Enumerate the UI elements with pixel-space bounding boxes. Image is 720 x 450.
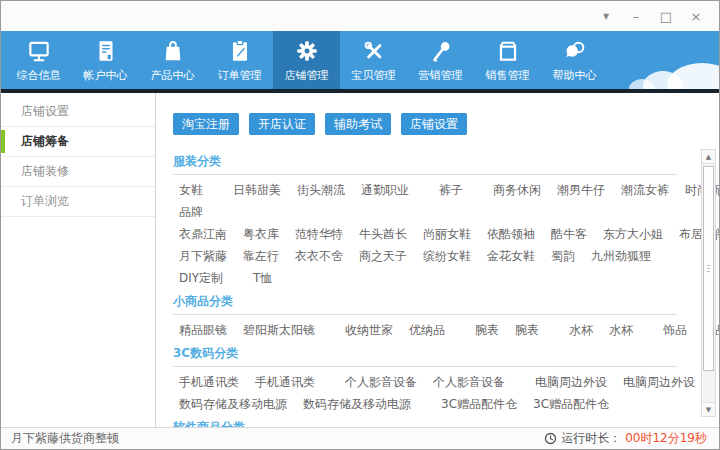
main-toolbar: 综合信息帐户中心产品中心订单管理店铺管理宝贝管理营销管理销售管理帮助中心: [1, 31, 719, 89]
category-section: 服装分类女鞋日韩甜美街头潮流通勤职业裤子商务休闲潮男牛仔潮流女裤时尚新秀品牌衣鼎…: [173, 153, 695, 286]
category-link[interactable]: 电脑周边外设: [623, 375, 695, 390]
category-link[interactable]: 裤子: [439, 183, 463, 198]
category-link[interactable]: 九州劲狐狸: [591, 249, 651, 264]
category-link[interactable]: 电脑周边外设: [535, 375, 607, 390]
toolbar-item[interactable]: 订单管理: [206, 31, 273, 89]
category-link[interactable]: 数码存储及移动电源: [179, 397, 287, 412]
category-group: 水杯水杯: [569, 323, 633, 338]
category-link[interactable]: 3C赠品配件仓: [533, 397, 609, 412]
category-link[interactable]: 缤纷女鞋: [423, 249, 471, 264]
scrollbar-thumb[interactable]: [703, 166, 714, 371]
microphone-icon: [428, 38, 454, 64]
category-link[interactable]: 腕表: [515, 323, 539, 338]
toolbar-item-label: 店铺管理: [285, 68, 329, 83]
toolbar-item[interactable]: 产品中心: [139, 31, 206, 89]
app-window: ▼ – □ × 综合信息帐户中心产品中心订单管理店铺管理宝贝管理营销管理销售管理…: [0, 0, 720, 450]
category-link[interactable]: 牛头酋长: [359, 227, 407, 242]
category-group: 数码存储及移动电源数码存储及移动电源: [179, 397, 411, 412]
toolbar-item[interactable]: 宝贝管理: [340, 31, 407, 89]
category-link[interactable]: 衣衣不舍: [295, 249, 343, 264]
sidebar: 店铺设置店铺筹备店铺装修订单浏览: [1, 93, 156, 429]
category-link[interactable]: 金花女鞋: [487, 249, 535, 264]
action-button[interactable]: 开店认证: [249, 113, 315, 135]
category-group: DIY定制: [179, 271, 223, 286]
toolbar-item[interactable]: 帐户中心: [72, 31, 139, 89]
category-link[interactable]: 女鞋: [179, 183, 203, 198]
category-group: 收纳世家优纳品: [345, 323, 445, 338]
category-group: 品牌: [179, 205, 203, 220]
category-link[interactable]: 3C赠品配件仓: [441, 397, 517, 412]
toolbar-item[interactable]: 帮助中心: [541, 31, 608, 89]
toolbar-item[interactable]: 店铺管理: [273, 31, 340, 89]
runtime-status: 运行时长： 00时12分19秒: [544, 430, 707, 447]
category-link[interactable]: 饰品: [663, 323, 687, 338]
minimize-icon[interactable]: –: [621, 1, 651, 31]
category-link[interactable]: 日韩甜美: [233, 183, 281, 198]
category-group: 3C赠品配件仓3C赠品配件仓: [441, 397, 609, 412]
action-button[interactable]: 辅助考试: [325, 113, 391, 135]
category-link[interactable]: 范特华特: [295, 227, 343, 242]
category-link[interactable]: 商务休闲: [493, 183, 541, 198]
shop-sign-icon: [495, 38, 521, 64]
category-link[interactable]: 东方大小姐: [603, 227, 663, 242]
category-link[interactable]: 水杯: [569, 323, 593, 338]
category-link[interactable]: 收纳世家: [345, 323, 393, 338]
category-link[interactable]: 依酷领袖: [487, 227, 535, 242]
toolbar-item-label: 销售管理: [486, 68, 530, 83]
section-title: 3C数码分类: [173, 345, 677, 367]
category-row: 女鞋日韩甜美街头潮流通勤职业裤子商务休闲潮男牛仔潮流女裤时尚新秀: [173, 183, 695, 198]
action-button[interactable]: 店铺设置: [401, 113, 467, 135]
toolbar-item-label: 综合信息: [17, 68, 61, 83]
section-title: 服装分类: [173, 153, 677, 175]
maximize-icon[interactable]: □: [651, 1, 681, 31]
monitor-icon: [26, 38, 52, 64]
category-link[interactable]: 尚丽女鞋: [423, 227, 471, 242]
category-link[interactable]: 精品眼镜: [179, 323, 227, 338]
sidebar-item[interactable]: 店铺筹备: [1, 127, 155, 157]
category-link[interactable]: 优纳品: [409, 323, 445, 338]
action-button[interactable]: 淘宝注册: [173, 113, 239, 135]
title-bar: ▼ – □ ×: [1, 1, 719, 31]
category-link[interactable]: 潮流女裤: [621, 183, 669, 198]
category-link[interactable]: 粤衣库: [243, 227, 279, 242]
skin-dropdown-icon[interactable]: ▼: [591, 1, 621, 31]
category-link[interactable]: T恤: [253, 271, 272, 286]
vertical-scrollbar[interactable]: ▲ ▼: [701, 149, 716, 417]
category-link[interactable]: 碧阳斯太阳镜: [243, 323, 315, 338]
category-link[interactable]: 商之天子: [359, 249, 407, 264]
category-link[interactable]: 月下紫藤: [179, 249, 227, 264]
category-link[interactable]: 蜀韵: [551, 249, 575, 264]
category-row: 品牌: [173, 205, 695, 220]
sidebar-item[interactable]: 店铺设置: [1, 97, 155, 127]
toolbar-item-label: 帐户中心: [84, 68, 128, 83]
scroll-up-icon[interactable]: ▲: [702, 150, 715, 164]
toolbar-item[interactable]: 综合信息: [5, 31, 72, 89]
category-link[interactable]: 手机通讯类: [255, 375, 315, 390]
category-group: T恤: [253, 271, 272, 286]
category-group: 日韩甜美街头潮流通勤职业: [233, 183, 409, 198]
category-group: 腕表腕表: [475, 323, 539, 338]
sidebar-item[interactable]: 订单浏览: [1, 187, 155, 217]
category-link[interactable]: 衣鼎江南: [179, 227, 227, 242]
category-link[interactable]: DIY定制: [179, 271, 223, 286]
category-link[interactable]: 酷牛客: [551, 227, 587, 242]
category-link[interactable]: 通勤职业: [361, 183, 409, 198]
category-link[interactable]: 个人影音设备: [433, 375, 505, 390]
category-link[interactable]: 街头潮流: [297, 183, 345, 198]
toolbar-item[interactable]: 营销管理: [407, 31, 474, 89]
category-link[interactable]: 水杯: [609, 323, 633, 338]
close-icon[interactable]: ×: [681, 1, 711, 31]
category-link[interactable]: 潮男牛仔: [557, 183, 605, 198]
category-link[interactable]: 腕表: [475, 323, 499, 338]
clock-icon: [544, 432, 557, 445]
category-link[interactable]: 靠左行: [243, 249, 279, 264]
toolbar-item-label: 订单管理: [218, 68, 262, 83]
sidebar-item[interactable]: 店铺装修: [1, 157, 155, 187]
toolbar-item[interactable]: 销售管理: [474, 31, 541, 89]
runtime-value: 00时12分19秒: [625, 430, 707, 447]
category-link[interactable]: 手机通讯类: [179, 375, 239, 390]
category-row: DIY定制T恤: [173, 271, 695, 286]
scroll-down-icon[interactable]: ▼: [702, 402, 715, 416]
category-link[interactable]: 数码存储及移动电源: [303, 397, 411, 412]
category-link[interactable]: 个人影音设备: [345, 375, 417, 390]
